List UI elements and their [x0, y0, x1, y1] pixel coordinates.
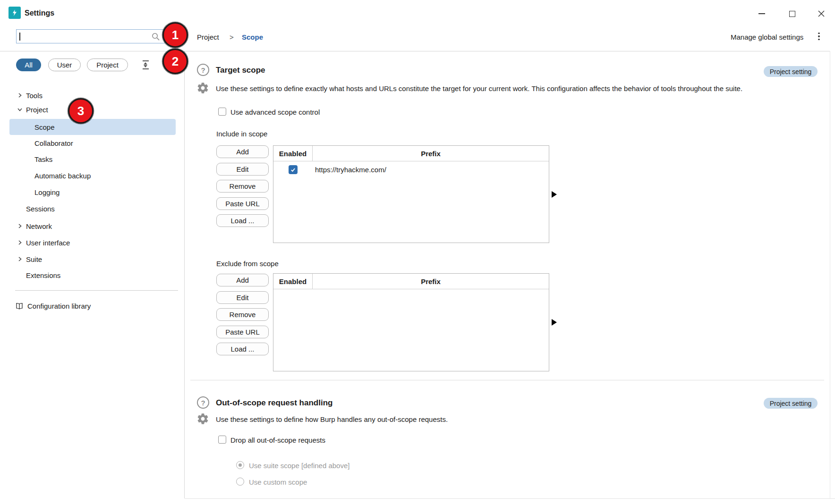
sidebar-item-tools[interactable]: Tools: [0, 87, 184, 103]
target-scope-description: Use these settings to define exactly wha…: [216, 84, 742, 92]
sidebar-item-sessions[interactable]: Sessions: [0, 201, 184, 217]
help-icon[interactable]: ?: [197, 64, 209, 76]
sidebar-item-tasks[interactable]: Tasks: [0, 151, 184, 167]
include-remove-button[interactable]: Remove: [216, 180, 269, 193]
sidebar-item-label: Tasks: [34, 155, 52, 163]
sidebar-item-scope[interactable]: Scope: [0, 119, 184, 135]
exclude-scope-table: Enabled Prefix: [273, 273, 549, 371]
filter-user-button[interactable]: User: [48, 59, 81, 71]
project-setting-badge: Project setting: [764, 66, 818, 77]
row-prefix-value: https://tryhackme.com/: [315, 166, 386, 174]
sidebar-item-label: Logging: [34, 188, 60, 196]
sidebar-item-label: Network: [26, 222, 52, 230]
column-header-enabled: Enabled: [273, 274, 313, 289]
sidebar-item-label: Scope: [34, 123, 55, 131]
exclude-paste-url-button[interactable]: Paste URL: [216, 326, 269, 338]
use-custom-scope-radio[interactable]: [236, 478, 244, 486]
filter-all-button[interactable]: All: [16, 59, 41, 71]
chevron-right-icon: [17, 256, 23, 262]
divider: [15, 290, 178, 291]
configuration-library-button[interactable]: Configuration library: [0, 298, 184, 314]
sidebar-item-label: Sessions: [26, 205, 55, 213]
sidebar-item-label: Tools: [26, 92, 43, 100]
close-icon: [818, 10, 825, 17]
drop-out-of-scope-checkbox-label: Drop all out-of-scope requests: [230, 436, 325, 444]
chevron-right-icon: [17, 240, 23, 245]
sidebar-item-label: Project: [26, 106, 48, 114]
breadcrumb-separator: >: [230, 33, 234, 41]
sidebar-item-extensions[interactable]: Extensions: [0, 267, 184, 283]
column-header-prefix: Prefix: [313, 146, 549, 161]
section-title-out-of-scope: Out-of-scope request handling: [216, 398, 332, 408]
out-of-scope-description: Use these settings to define how Burp ha…: [216, 415, 448, 423]
settings-search-input[interactable]: [16, 29, 165, 43]
annotation-badge-2: 2: [162, 49, 188, 74]
include-load-button[interactable]: Load ...: [216, 214, 269, 227]
table-expand-arrow-icon[interactable]: [552, 319, 557, 326]
annotation-badge-1: 1: [162, 22, 188, 48]
manage-global-settings-button[interactable]: Manage global settings: [731, 33, 803, 41]
settings-window: Settings All User Project 1 2 3 Tools Pr…: [0, 0, 835, 504]
sidebar-item-suite[interactable]: Suite: [0, 251, 184, 267]
drop-out-of-scope-checkbox[interactable]: [218, 436, 226, 444]
help-icon[interactable]: ?: [197, 396, 209, 409]
include-add-button[interactable]: Add: [216, 145, 269, 158]
breadcrumb-project[interactable]: Project: [197, 33, 219, 41]
radio-selected-dot: [239, 463, 242, 467]
search-icon: [151, 32, 160, 41]
exclude-edit-button[interactable]: Edit: [216, 291, 269, 304]
use-custom-scope-label: Use custom scope: [249, 478, 307, 486]
burp-app-icon: [9, 7, 21, 19]
sidebar-item-label: Collaborator: [34, 139, 73, 147]
maximize-button[interactable]: [784, 8, 800, 20]
column-header-enabled: Enabled: [273, 146, 313, 161]
divider: [0, 51, 830, 51]
advanced-scope-checkbox[interactable]: [218, 108, 226, 116]
exclude-load-button[interactable]: Load ...: [216, 343, 269, 355]
sidebar-item-label: Suite: [26, 255, 42, 263]
sidebar-item-collaborator[interactable]: Collaborator: [0, 135, 184, 151]
sidebar-item-label: User interface: [26, 239, 70, 247]
column-header-prefix: Prefix: [313, 274, 549, 289]
close-button[interactable]: [813, 8, 829, 20]
chevron-right-icon: [17, 223, 23, 229]
filter-project-button[interactable]: Project: [87, 59, 128, 71]
sidebar-item-label: Extensions: [26, 271, 60, 279]
minimize-button[interactable]: [754, 8, 770, 20]
gear-icon: [196, 82, 209, 94]
annotation-badge-3: 3: [68, 98, 94, 124]
kebab-menu-icon[interactable]: [816, 31, 822, 42]
sidebar-item-automatic-backup[interactable]: Automatic backup: [0, 168, 184, 184]
exclude-add-button[interactable]: Add: [216, 274, 269, 286]
row-enabled-checkbox[interactable]: [289, 165, 298, 174]
window-title: Settings: [25, 9, 54, 17]
minimize-icon: [758, 13, 765, 14]
gear-icon: [196, 412, 209, 425]
use-suite-scope-radio[interactable]: [236, 461, 244, 469]
sidebar-item-logging[interactable]: Logging: [0, 184, 184, 200]
scrollbar-track: [830, 51, 830, 498]
exclude-remove-button[interactable]: Remove: [216, 308, 269, 321]
book-icon: [15, 302, 24, 311]
sidebar-item-network[interactable]: Network: [0, 218, 184, 234]
maximize-icon: [789, 11, 795, 17]
project-setting-badge: Project setting: [764, 398, 818, 409]
table-row[interactable]: https://tryhackme.com/: [273, 162, 549, 177]
lightning-bolt-icon: [11, 9, 18, 17]
chevron-down-icon: [17, 107, 23, 112]
table-header: Enabled Prefix: [273, 274, 549, 289]
include-in-scope-label: Include in scope: [216, 130, 267, 138]
divider: [185, 498, 835, 499]
chevron-right-icon: [17, 92, 23, 98]
section-divider: [190, 380, 824, 380]
include-paste-url-button[interactable]: Paste URL: [216, 197, 269, 210]
collapse-all-button[interactable]: [140, 59, 151, 70]
configuration-library-label: Configuration library: [27, 302, 91, 310]
exclude-from-scope-label: Exclude from scope: [216, 260, 279, 268]
include-edit-button[interactable]: Edit: [216, 163, 269, 176]
text-caret: [19, 33, 20, 41]
sidebar-item-user-interface[interactable]: User interface: [0, 235, 184, 251]
sidebar-item-label: Automatic backup: [34, 172, 91, 180]
table-expand-arrow-icon[interactable]: [552, 191, 557, 198]
sidebar-divider: [184, 51, 185, 498]
